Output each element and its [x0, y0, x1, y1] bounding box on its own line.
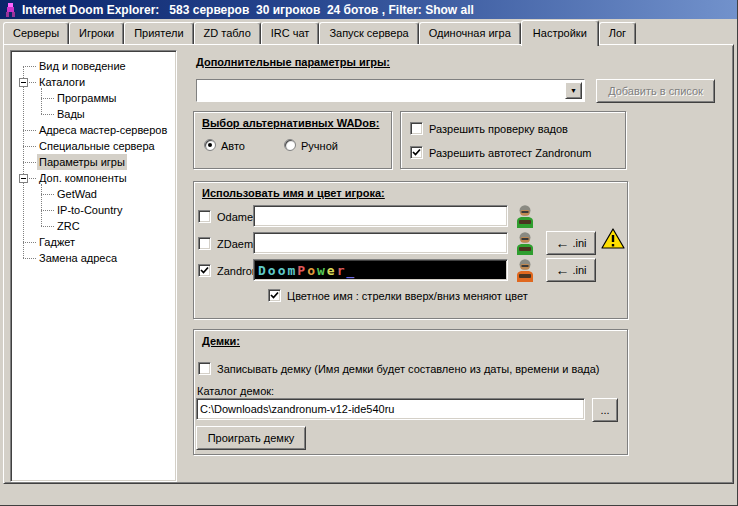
tree-item-Доп. компоненты[interactable]: Доп. компоненты — [37, 170, 129, 186]
tab-Одиночная игра[interactable]: Одиночная игра — [419, 22, 521, 44]
name-group-title: Использовать имя и цвет игрока: — [202, 187, 385, 199]
add-to-list-button[interactable]: Добавить в список — [596, 79, 715, 103]
colored-letter: D — [258, 263, 268, 278]
ini-import-button-ZDaemon[interactable]: ←.ini — [546, 231, 596, 255]
title-bar: Internet Doom Explorer: 583 серверов 30 … — [0, 0, 738, 19]
ini-import-button-Zandronum[interactable]: ←.ini — [546, 258, 596, 282]
play-demo-button[interactable]: Проиграть демку — [196, 426, 306, 450]
record-demo-checkbox[interactable] — [198, 362, 211, 375]
chevron-down-icon: ▼ — [570, 87, 577, 94]
checkbox-ZDaemon[interactable] — [198, 237, 211, 250]
left-arrow-icon: ← — [555, 238, 569, 248]
colored-letter: e — [327, 263, 337, 278]
warning-icon — [601, 228, 625, 253]
tree-item-Параметры игры[interactable]: Параметры игры — [37, 154, 127, 170]
colored-letter: P — [297, 263, 307, 278]
tree-item-IP-to-Country[interactable]: IP-to-Country — [55, 202, 124, 218]
checkbox-Odamex[interactable] — [198, 210, 211, 223]
colored-letter: o — [307, 263, 317, 278]
checkbox-label-Разрешить проверку вадов: Разрешить проверку вадов — [429, 123, 568, 135]
colored-letter: w — [317, 263, 327, 278]
checkbox-label-Разрешить автотест Zandronum: Разрешить автотест Zandronum — [429, 147, 591, 159]
colored-letter: _ — [346, 263, 356, 278]
tree-item-Вады[interactable]: Вады — [55, 106, 87, 122]
player-name-input-ZDaemon[interactable] — [253, 232, 508, 254]
colored-name-checkbox[interactable] — [268, 289, 281, 302]
colored-letter: r — [337, 263, 347, 278]
tab-Серверы[interactable]: Серверы — [3, 22, 69, 44]
wad-group-title: Выбор альтернативных WADов: — [202, 117, 379, 129]
tab-bar: СерверыИгрокиПриятелиZD таблоIRC чатЗапу… — [0, 18, 738, 44]
tree-expander-Доп. компоненты[interactable] — [19, 174, 28, 183]
radio-Ручной[interactable] — [284, 139, 296, 151]
tree-item-Адреса мастер-серверов[interactable]: Адреса мастер-серверов — [37, 122, 169, 138]
demo-dir-label: Каталог демок: — [197, 385, 274, 397]
doomguy-sprite-icon — [4, 3, 17, 17]
player-avatar-icon-ZDaemon — [515, 231, 535, 259]
player-name-input-Zandronum[interactable]: DoomPower_ — [253, 259, 508, 281]
tab-Приятели[interactable]: Приятели — [124, 22, 193, 44]
tree-item-Специальные сервера[interactable]: Специальные сервера — [37, 138, 157, 154]
demo-dir-input[interactable] — [196, 398, 585, 420]
dropdown-button[interactable]: ▼ — [565, 82, 582, 99]
colored-letter: o — [278, 263, 288, 278]
radio-label-Авто: Авто — [221, 140, 245, 152]
checkbox-Разрешить автотест Zandronum[interactable] — [410, 146, 423, 159]
tree-item-GetWad[interactable]: GetWad — [55, 186, 99, 202]
tab-IRC чат[interactable]: IRC чат — [261, 22, 320, 44]
tree-item-Замена адреса[interactable]: Замена адреса — [37, 250, 119, 266]
colored-letter: m — [287, 263, 297, 278]
tab-Игроки[interactable]: Игроки — [69, 22, 124, 44]
tree-item-Гаджет[interactable]: Гаджет — [37, 234, 77, 250]
left-arrow-icon: ← — [555, 265, 569, 275]
demos-group-title: Демки: — [202, 335, 240, 347]
record-demo-label: Записывать демку (Имя демки будет состав… — [217, 363, 600, 375]
settings-tree: Вид и поведениеКаталогиПрограммыВадыАдре… — [10, 50, 177, 482]
tab-ZD табло[interactable]: ZD табло — [194, 22, 261, 44]
tree-expander-Каталоги[interactable] — [19, 78, 28, 87]
extra-params-label: Дополнительные параметры игры: — [196, 56, 390, 68]
radio-Авто[interactable] — [204, 139, 216, 151]
tree-item-ZRC[interactable]: ZRC — [55, 218, 82, 234]
window-title: Internet Doom Explorer: 583 серверов 30 … — [22, 3, 474, 17]
tab-Настройки[interactable]: Настройки — [521, 20, 599, 46]
extra-params-combobox: ▼ — [196, 79, 585, 102]
tree-item-Каталоги[interactable]: Каталоги — [37, 74, 87, 90]
browse-button[interactable]: ... — [592, 398, 618, 422]
tree-item-Вид и поведение[interactable]: Вид и поведение — [37, 58, 128, 74]
player-avatar-icon-Zandronum — [515, 258, 535, 286]
tree-item-Программы[interactable]: Программы — [55, 90, 118, 106]
player-name-input-Odamex[interactable] — [253, 205, 508, 227]
app-window: Internet Doom Explorer: 583 серверов 30 … — [0, 0, 738, 506]
allow-checks-group — [400, 111, 626, 169]
player-avatar-icon-Odamex — [515, 204, 535, 232]
tab-Запуск сервера[interactable]: Запуск сервера — [319, 22, 418, 44]
colored-letter: o — [268, 263, 278, 278]
checkbox-Zandronum[interactable] — [198, 264, 211, 277]
colored-name-label: Цветное имя : стрелки вверх/вниз меняют … — [287, 290, 528, 302]
radio-label-Ручной: Ручной — [301, 140, 338, 152]
extra-params-input[interactable] — [197, 80, 584, 101]
checkbox-Разрешить проверку вадов[interactable] — [410, 122, 423, 135]
tab-Лог[interactable]: Лог — [599, 22, 636, 44]
